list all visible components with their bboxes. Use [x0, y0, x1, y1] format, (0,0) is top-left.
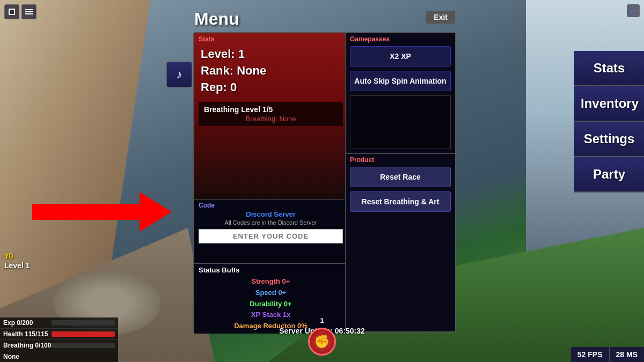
roblox-logo-area	[4, 4, 36, 19]
svg-rect-2	[25, 9, 33, 10]
stats-section: Stats Level: 1 Rank: None Rep: 0 Breathi…	[194, 33, 347, 200]
health-label: Health 115/115	[3, 330, 52, 338]
stats-section-label: Stats	[194, 33, 347, 44]
exp-bar-track	[52, 320, 115, 326]
fight-button[interactable]: ✊	[308, 328, 336, 356]
health-bar-row: Health 115/115	[0, 329, 118, 340]
status-section-label: Status Buffs	[199, 266, 343, 274]
menu-panel: Menu Exit Stats Level: 1 Rank: None Rep:…	[193, 32, 456, 333]
perf-display: 52 FPS 28 MS	[571, 347, 644, 362]
svg-rect-4	[25, 13, 33, 14]
svg-rect-1	[10, 10, 14, 14]
breathing-box: Breathing Level 1/5 Breathing: None	[199, 102, 343, 126]
exit-button[interactable]: Exit	[426, 11, 455, 24]
reset-breathing-button[interactable]: Reset Breathing & Art	[350, 191, 451, 212]
code-section: Code Discord Server All Codes are in the…	[194, 200, 347, 264]
window-more-btn[interactable]: ···	[627, 4, 640, 17]
level-display: Level 1	[4, 261, 30, 270]
health-bar-fill	[52, 331, 115, 337]
stats-content: Level: 1 Rank: None Rep: 0	[194, 44, 347, 98]
sidebar-settings-button[interactable]: Settings	[574, 122, 644, 157]
svg-rect-3	[25, 11, 33, 12]
health-bar-track	[52, 331, 115, 337]
stat-rep: Rep: 0	[201, 79, 341, 96]
discord-link[interactable]: Discord Server	[199, 210, 343, 218]
code-section-label: Code	[199, 202, 343, 209]
breathing-type: Breathing: None	[204, 115, 338, 123]
exp-bar-row: Exp 0/200	[0, 317, 118, 329]
sidebar-stats-button[interactable]: Stats	[574, 51, 644, 86]
red-arrow-body	[32, 204, 150, 220]
auto-skip-button[interactable]: Auto Skip Spin Animation	[350, 71, 451, 91]
breathing-level: Breathing Level 1/5	[204, 105, 338, 114]
left-panel: Stats Level: 1 Rank: None Rep: 0 Breathi…	[194, 33, 347, 331]
none-label: None	[0, 351, 118, 362]
right-panel: Gamepasses X2 XP Auto Skip Spin Animatio…	[345, 33, 455, 331]
buff-speed: Speed 0+	[199, 287, 343, 299]
sidebar-inventory-button[interactable]: Inventory	[574, 86, 644, 122]
stat-level: Level: 1	[201, 46, 341, 63]
x2xp-button[interactable]: X2 XP	[350, 46, 451, 67]
breathing-bar-track	[52, 343, 115, 348]
gamepasses-section-label: Gamepasses	[346, 33, 455, 46]
breathing-bar-row: Breathing 0/100	[0, 340, 118, 351]
music-icon: ♪	[177, 68, 182, 82]
buff-strength: Strength 0+	[199, 276, 343, 287]
roblox-menu-btn[interactable]	[21, 4, 36, 19]
roblox-icon-btn[interactable]	[4, 4, 19, 19]
exp-label: Exp 0/200	[3, 319, 52, 327]
buff-durability: Durability 0+	[199, 299, 343, 310]
menu-title: Menu	[194, 9, 239, 29]
fps-display: 52 FPS	[571, 347, 609, 362]
breathing-bar-label: Breathing 0/100	[3, 342, 52, 349]
stats-bars: Exp 0/200 Health 115/115 Breathing 0/100…	[0, 317, 118, 362]
ms-display: 28 MS	[609, 347, 644, 362]
currency-display: ¥0	[4, 251, 13, 260]
product-section-label: Product	[346, 153, 455, 167]
page-number: 1	[320, 316, 324, 324]
music-button[interactable]: ♪	[166, 62, 192, 87]
reset-race-button[interactable]: Reset Race	[350, 167, 451, 187]
gamepasses-empty-area	[350, 95, 451, 149]
sidebar-party-button[interactable]: Party	[574, 157, 644, 193]
discord-desc: All Codes are in the Discord Server	[199, 219, 343, 226]
sidebar-buttons: Stats Inventory Settings Party	[574, 51, 644, 193]
code-input[interactable]	[199, 229, 343, 243]
window-controls: ···	[627, 4, 640, 17]
stat-rank: Rank: None	[201, 63, 341, 79]
fight-icon: ✊	[314, 334, 330, 349]
status-section: Status Buffs Strength 0+ Speed 0+ Durabi…	[194, 264, 347, 334]
red-arrow-head	[140, 192, 172, 232]
